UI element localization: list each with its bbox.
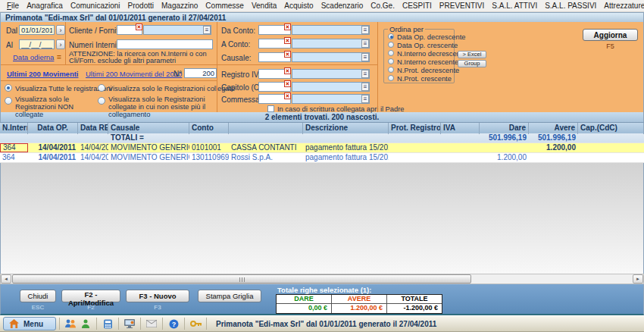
column-header-prot-registro[interactable]: Prot. Registro (389, 123, 441, 134)
menu-item-cespiti[interactable]: CESPITI (399, 2, 436, 10)
table-row[interactable]: 364 14/04/2011 14/04/2011 MOVIMENTO GENE… (0, 153, 644, 163)
radio-data-op-crescente[interactable] (388, 42, 394, 48)
menu-item-commesse[interactable]: Commesse (202, 2, 248, 10)
apri-padre-checkbox[interactable] (267, 105, 274, 112)
clear-field-icon[interactable]: ✕ (284, 51, 291, 58)
dal-date-picker-button[interactable]: › (56, 25, 65, 35)
column-header-conto[interactable]: Conto (189, 123, 229, 134)
clear-field-icon[interactable]: ✕ (284, 80, 291, 87)
radio-solo-collegate[interactable] (98, 84, 105, 92)
da-conto-browse-icon[interactable]: ≡ (361, 26, 369, 34)
radio-non-collegate[interactable] (5, 97, 12, 105)
column-header-avere[interactable]: Avere (529, 123, 578, 134)
a-conto-label: A Conto: (221, 40, 250, 49)
al-input[interactable] (19, 39, 55, 49)
registro-iva-browse-icon[interactable]: ≡ (361, 70, 369, 78)
ordina-per-title: Ordina per (388, 25, 425, 33)
column-header-cap-cdc[interactable]: Cap.(CdC) (578, 123, 644, 134)
nuovo-button[interactable]: F3 - Nuovo (126, 290, 189, 302)
radio-nprot-decrescente[interactable] (388, 67, 394, 73)
ultimi-200-2010-link[interactable]: Ultimi 200 Movimenti del 2010 (86, 70, 182, 78)
scrollbar-grip-icon (239, 277, 245, 282)
excel-export-button[interactable]: > Excel (458, 51, 486, 58)
clear-field-icon[interactable]: ✕ (284, 67, 291, 74)
a-conto-browse-icon[interactable]: ≡ (361, 39, 369, 48)
svg-text:?: ? (171, 320, 176, 327)
numeri-interni-label: Numeri Interni: (69, 41, 119, 49)
scroll-right-arrow-icon[interactable]: ► (633, 274, 643, 283)
menu-button[interactable]: Menu (3, 317, 56, 330)
scrollbar-thumb[interactable] (12, 274, 471, 283)
cell-ninterno: 364 (0, 153, 28, 162)
column-header-data-reg[interactable]: Data REG. (78, 123, 108, 134)
column-header-dare[interactable]: Dare (480, 123, 529, 134)
cliente-browse-icon[interactable]: ≡ (203, 26, 211, 34)
stampa-griglia-button[interactable]: Stampa Griglia (198, 290, 261, 302)
scroll-left-arrow-icon[interactable]: ◄ (1, 274, 11, 283)
clear-field-icon[interactable]: ✕ (284, 37, 291, 44)
commessa-browse-icon[interactable]: ≡ (361, 95, 369, 103)
capitolo-browse-icon[interactable]: ≡ (361, 83, 369, 91)
clear-field-icon[interactable]: ✕ (284, 23, 291, 30)
equals-icon[interactable]: = (57, 53, 61, 61)
column-header-iva[interactable]: IVA (441, 123, 480, 134)
key-icon[interactable] (188, 317, 203, 330)
radio-ninterno-decrescente[interactable] (388, 50, 394, 56)
menu-item-anagrafica[interactable]: Anagrafica (23, 2, 67, 10)
menu-item-magazzino[interactable]: Magazzino (158, 2, 202, 10)
column-header-data-op[interactable]: Data OP. (28, 123, 78, 134)
user-icon[interactable] (78, 317, 93, 330)
monitor-icon[interactable] (122, 317, 137, 330)
column-header-ninterno[interactable]: N.Interno (0, 123, 28, 134)
ultimi-200-link[interactable]: Ultimi 200 Movimenti (7, 70, 79, 78)
radio-data-op-decrescente[interactable] (388, 33, 394, 39)
menu-item-sal-attivi[interactable]: S.A.L. ATTIVI (488, 2, 541, 10)
causale-browse-icon[interactable]: ≡ (361, 53, 369, 61)
menu-item-attrezzature[interactable]: Attrezzature (600, 2, 644, 10)
radio-visualizza-tutte[interactable] (5, 84, 12, 92)
clear-field-icon[interactable]: ✕ (284, 92, 291, 99)
radio-nprot-crescente[interactable] (388, 75, 394, 81)
clear-field-icon[interactable]: ✕ (136, 23, 142, 30)
da-conto-name-field (292, 25, 370, 35)
menu-item-file[interactable]: File (3, 2, 23, 10)
menu-item-scadenzario[interactable]: Scadenzario (317, 2, 367, 10)
calculator-icon[interactable] (100, 317, 115, 330)
commessa-name-field (292, 94, 370, 104)
menu-item-prodotti[interactable]: Prodotti (124, 2, 158, 10)
numeri-interni-input[interactable] (117, 39, 213, 49)
action-panel: Chiudi ESC F2 - Apri/Modifica F2 F3 - Nu… (0, 284, 644, 315)
al-date-picker-button[interactable]: › (56, 39, 65, 49)
column-header-descrizione[interactable]: Descrizione (303, 123, 389, 134)
menu-item-preventivi[interactable]: PREVENTIVI (436, 2, 488, 10)
cell-data-op: 14/04/2011 (28, 143, 78, 152)
menu-button-label: Menu (23, 320, 43, 328)
filter-panel: Dal › Al › Data odierna = Cliente / Forn… (0, 22, 644, 112)
menu-item-sal-passivi[interactable]: S.A.L. PASSIVI (541, 2, 600, 10)
radio-ninterno-crescente[interactable] (388, 58, 394, 64)
mail-icon[interactable] (144, 317, 159, 330)
menu-item-acquisto[interactable]: Acquisto (280, 2, 317, 10)
cell-cap-cdc (578, 133, 644, 143)
menu-item-coge[interactable]: Co.Ge. (367, 2, 399, 10)
horizontal-scrollbar[interactable]: ◄ ► (0, 274, 644, 284)
n-movimenti-input[interactable] (184, 68, 217, 78)
dal-input[interactable] (19, 25, 55, 35)
table-row[interactable]: 364 14/04/2011 14/04/2011 MOVIMENTO GENE… (0, 143, 644, 153)
aggiorna-button[interactable]: Aggiorna (583, 29, 638, 41)
apri-modifica-button[interactable]: F2 - Apri/Modifica (61, 290, 120, 302)
menu-item-comunicazioni[interactable]: Comunicazioni (67, 2, 124, 10)
radio-collegamento-perso[interactable] (98, 97, 105, 105)
data-odierna-link[interactable]: Data odierna (13, 53, 54, 61)
help-icon[interactable]: ? (166, 317, 181, 330)
cell-causale: MOVIMENTO GENERICO (108, 143, 189, 152)
column-header-conto-nome[interactable] (229, 123, 303, 134)
users-icon[interactable] (63, 317, 78, 330)
menu-item-vendita[interactable]: Vendita (248, 2, 280, 10)
menu-bar: File Anagrafica Comunicazioni Prodotti M… (0, 0, 644, 12)
chiudi-button[interactable]: Chiudi (20, 290, 56, 302)
divider (1, 64, 377, 65)
group-button[interactable]: Group (458, 60, 486, 67)
column-header-causale[interactable]: Causale (108, 123, 189, 134)
cell-avere: 1.200,00 (529, 143, 578, 152)
